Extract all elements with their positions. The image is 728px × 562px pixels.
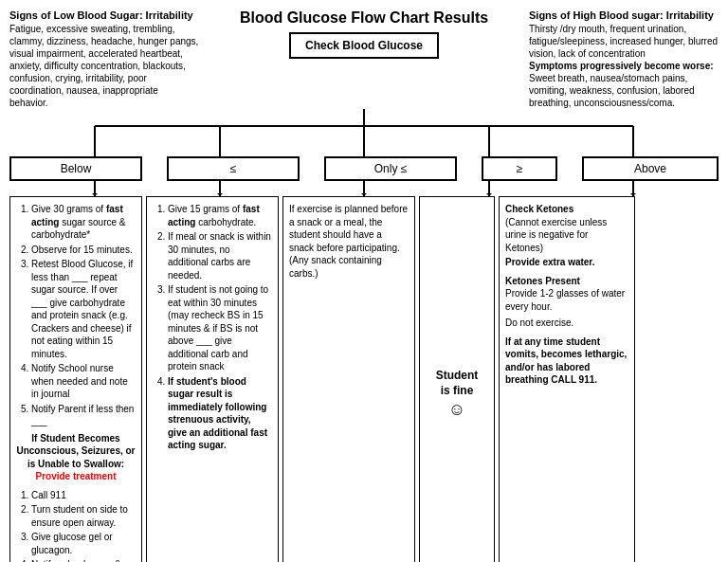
low-item-1: Give 15 grams of fast acting carbohydrat… [168,203,272,228]
branch-arrows-svg [9,181,719,196]
symptoms-worse-text: Sweet breath, nausea/stomach pains, vomi… [529,73,695,108]
low-list: Give 15 grams of fast acting carbohydrat… [153,203,272,452]
provide-extra: Provide extra water. [505,256,628,269]
low-fast-acting-bold: fast acting [168,204,260,227]
low-item-3: If student is not going to eat within 30… [168,283,272,373]
smiley-icon: ☺ [448,398,465,421]
only-text: If exercise is planned before a snack or… [289,204,408,279]
below-item-2: Observe for 15 minutes. [31,244,136,257]
low-content-box: Give 15 grams of fast acting carbohydrat… [146,196,279,562]
branch-only-label: Only ≤ [324,156,457,181]
top-layout: Signs of Low Blood Sugar: Irritability F… [9,9,719,109]
branch-below-label: Below [9,156,142,181]
center-section: Blood Glucose Flow Chart Results Check B… [203,9,525,109]
ketones-present-title: Ketones Present [505,275,628,288]
low-item-4-bold: If student's blood sugar result is immed… [168,376,267,451]
page-container: Signs of Low Blood Sugar: Irritability F… [9,9,719,562]
symptoms-worse-label: Symptoms progressively become worse: [529,61,714,71]
above-content-box: Check Ketones (Cannot exercise unless ur… [499,196,635,562]
flow-connector-svg [9,109,719,156]
below-content-box: Give 30 grams of fast acting sugar sourc… [9,196,142,562]
call-item-4: Notify school nurse & parent. [31,558,136,562]
call-list: Call 911 Turn student on side to ensure … [16,489,136,563]
content-row: Give 30 grams of fast acting sugar sourc… [9,196,719,562]
low-item-2: If meal or snack is within 30 minutes, n… [168,230,272,281]
signs-low-text: Fatigue, excessive sweating, trembling, … [9,23,199,109]
unconscious-heading: If Student Becomes Unconscious, Seizures… [16,432,136,471]
signs-high-text: Thirsty /dry mouth, frequent urination, … [529,23,719,109]
branch-above-label: Above [582,156,719,181]
call-911-text: If at any time student vomits, becomes l… [505,335,628,387]
call-item-2: Turn student on side to ensure open airw… [31,503,136,529]
signs-high-section: Signs of High Blood sugar: Irritability … [529,9,719,109]
call-item-3: Give glucose gel or glucagon. [31,531,136,556]
page-title: Blood Glucose Flow Chart Results [240,9,488,27]
signs-low-section: Signs of Low Blood Sugar: Irritability F… [9,9,199,109]
below-item-5: Notify Parent if less then ___ [31,403,136,428]
check-bg-container: Check Blood Glucose [289,27,439,59]
check-ketones-text: (Cannot exercise unless urine is negativ… [505,216,628,255]
below-list: Give 30 grams of fast acting sugar sourc… [16,203,136,428]
call-item-1: Call 911 [31,489,136,502]
below-item-1: Give 30 grams of fast acting sugar sourc… [31,203,136,242]
do-not-exercise: Do not exercise. [505,317,628,330]
below-item-3: Retest Blood Glucose, if less than ___ r… [31,258,136,360]
student-line1: Student [436,368,479,383]
low-item-4: If student's blood sugar result is immed… [168,375,272,452]
check-bg-box: Check Blood Glucose [289,32,439,59]
student-content-box: Student is fine ☺ [419,196,495,562]
below-item-4: Notify School nurse when needed and note… [31,362,136,401]
ketones-present-text: Provide 1-2 glasses of water every hour. [505,287,628,313]
signs-low-title: Signs of Low Blood Sugar: Irritability [9,9,199,21]
branch-low-label: ≤ [167,156,300,181]
signs-high-title: Signs of High Blood sugar: Irritability [529,9,719,21]
branch-labels-row: Below ≤ Only ≤ ≥ Above [9,156,719,181]
unconscious-action: Provide treatment [16,470,136,483]
only-content-box: If exercise is planned before a snack or… [282,196,415,562]
student-line2: is fine [441,383,474,398]
below-fast-acting-bold: fast acting [31,204,123,227]
check-ketones-title: Check Ketones [505,203,628,216]
branch-normal-label: ≥ [482,156,557,181]
